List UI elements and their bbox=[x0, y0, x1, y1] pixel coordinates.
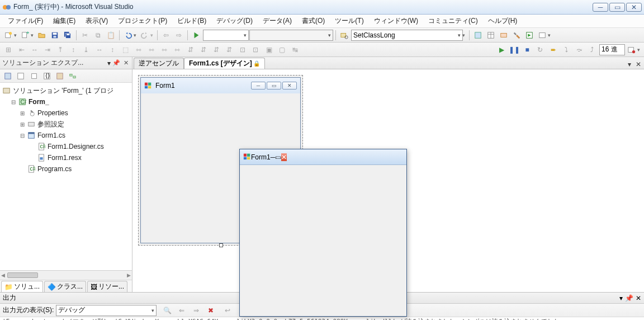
config-combo[interactable]: ▾ bbox=[203, 30, 249, 41]
send-back-icon[interactable]: ▢ bbox=[276, 44, 288, 56]
save-icon[interactable] bbox=[49, 29, 61, 41]
tree-program-cs[interactable]: c#Program.cs bbox=[0, 163, 132, 175]
tree-properties[interactable]: ⊞Properties bbox=[0, 107, 132, 119]
platform-combo[interactable]: ▾ bbox=[249, 30, 333, 41]
resize-handle-s[interactable] bbox=[219, 243, 223, 247]
nav-fwd-icon[interactable]: ⇨ bbox=[173, 29, 185, 41]
step-into-icon[interactable]: ⤵ bbox=[560, 44, 572, 56]
tab-class[interactable]: 🔷クラス... bbox=[44, 281, 86, 292]
tab-disassembly[interactable]: 逆アセンブル bbox=[134, 58, 184, 69]
new-project-icon[interactable] bbox=[2, 29, 15, 41]
tree-references[interactable]: ⊞参照設定 bbox=[0, 119, 132, 130]
step-over-icon[interactable]: ⤼ bbox=[573, 44, 585, 56]
start-debug-icon[interactable] bbox=[190, 29, 202, 41]
view-diagram-icon[interactable] bbox=[67, 70, 79, 82]
menu-edit[interactable]: 編集(E) bbox=[49, 15, 80, 27]
find-message-icon[interactable]: 🔍 bbox=[161, 304, 173, 317]
tree-form1-cs[interactable]: ⊟Form1.cs bbox=[0, 130, 132, 141]
menu-window[interactable]: ウィンドウ(W) bbox=[370, 15, 423, 27]
pause-icon[interactable]: ❚❚ bbox=[508, 44, 520, 56]
runtime-min-button[interactable]: ─ bbox=[271, 153, 276, 161]
output-source-combo[interactable]: デバッグ▾ bbox=[56, 305, 157, 316]
tab-close-icon[interactable]: ✕ bbox=[634, 60, 643, 69]
show-all-icon[interactable] bbox=[15, 70, 27, 82]
nav-back-icon[interactable]: ⇦ bbox=[160, 29, 172, 41]
solution-tree[interactable]: ソリューション 'Form_' (1 プロジ ⊟C#Form_ ⊞Propert… bbox=[0, 83, 132, 270]
align-right-icon[interactable]: ⇥ bbox=[41, 44, 54, 56]
menu-view[interactable]: 表示(V) bbox=[81, 15, 112, 27]
find-symbol-icon[interactable] bbox=[338, 29, 351, 41]
tree-designer-cs[interactable]: c#Form1.Designer.cs bbox=[0, 141, 132, 152]
tab-form-designer[interactable]: Form1.cs [デザイン]🔒 bbox=[184, 58, 265, 69]
cut-icon[interactable]: ✂ bbox=[79, 29, 91, 41]
tree-resx[interactable]: Form1.resx bbox=[0, 152, 132, 163]
same-size-icon[interactable]: ⬚ bbox=[119, 44, 131, 56]
panel-close-icon[interactable]: ✕ bbox=[122, 59, 130, 67]
center-h-icon[interactable]: ⊡ bbox=[236, 44, 249, 56]
dropdown-icon[interactable]: ▾ bbox=[619, 294, 623, 302]
tree-solution[interactable]: ソリューション 'Form_' (1 プロジ bbox=[0, 85, 132, 96]
paste-icon[interactable]: 📋 bbox=[105, 29, 117, 41]
tab-dropdown-icon[interactable]: ▾ bbox=[625, 60, 634, 69]
show-next-icon[interactable]: ➨ bbox=[547, 44, 560, 56]
refresh-icon[interactable] bbox=[28, 70, 40, 82]
runtime-form-window[interactable]: Form1 ─ ▭ ✕ bbox=[239, 149, 407, 317]
runtime-titlebar[interactable]: Form1 ─ ▭ ✕ bbox=[240, 149, 406, 165]
object-browser-icon[interactable] bbox=[498, 29, 510, 41]
clear-all-icon[interactable]: ✖ bbox=[205, 304, 217, 317]
runtime-close-button[interactable]: ✕ bbox=[281, 153, 287, 161]
save-all-icon[interactable] bbox=[61, 29, 74, 41]
align-bottom-icon[interactable]: ⤓ bbox=[80, 44, 92, 56]
hex-combo[interactable]: 16 進 bbox=[599, 44, 625, 55]
runtime-max-button[interactable]: ▭ bbox=[275, 153, 281, 161]
restart-icon[interactable]: ↻ bbox=[534, 44, 546, 56]
vspace-inc-icon[interactable]: ⇵ bbox=[197, 44, 210, 56]
step-out-icon[interactable]: ⤴ bbox=[586, 44, 598, 56]
tab-order-icon[interactable]: ↹ bbox=[289, 44, 301, 56]
menu-project[interactable]: プロジェクト(P) bbox=[113, 15, 172, 27]
minimize-button[interactable]: ─ bbox=[593, 3, 608, 12]
undo-icon[interactable] bbox=[122, 29, 134, 41]
bring-front-icon[interactable]: ▣ bbox=[263, 44, 275, 56]
menu-data[interactable]: データ(A) bbox=[258, 15, 296, 27]
tree-project[interactable]: ⊟C#Form_ bbox=[0, 96, 132, 107]
hspace-inc-icon[interactable]: ⇿ bbox=[145, 44, 158, 56]
menu-format[interactable]: 書式(O) bbox=[297, 15, 329, 27]
start-page-icon[interactable] bbox=[523, 29, 536, 41]
stop-icon[interactable]: ■ bbox=[521, 44, 533, 56]
menu-build[interactable]: ビルド(B) bbox=[173, 15, 211, 27]
align-top-icon[interactable]: ⤒ bbox=[54, 44, 67, 56]
word-wrap-icon[interactable]: ↩ bbox=[221, 304, 234, 317]
close-button[interactable]: ✕ bbox=[626, 3, 642, 12]
menu-file[interactable]: ファイル(F) bbox=[3, 15, 48, 27]
hspace-dec-icon[interactable]: ⇿ bbox=[158, 44, 171, 56]
vspace-equal-icon[interactable]: ⇵ bbox=[184, 44, 197, 56]
redo-icon[interactable] bbox=[139, 29, 151, 41]
view-designer-icon[interactable] bbox=[54, 70, 66, 82]
tab-resource[interactable]: 🖼リソー... bbox=[87, 281, 127, 292]
align-grid-icon[interactable]: ⊞ bbox=[2, 44, 15, 56]
menu-tools[interactable]: ツール(T) bbox=[330, 15, 368, 27]
toolbox-icon[interactable] bbox=[510, 29, 523, 41]
output-text[interactable]: 'Form_vshost.exe' (マネージ型): 'C:¥Windows¥a… bbox=[0, 317, 644, 320]
solution-explorer-icon[interactable] bbox=[472, 29, 484, 41]
pin-icon[interactable]: 📌 bbox=[625, 294, 633, 302]
tab-solution[interactable]: 📁ソリュ... bbox=[1, 281, 43, 292]
goto-prev-icon[interactable]: ⇐ bbox=[176, 304, 188, 317]
same-width-icon[interactable]: ↔ bbox=[93, 44, 106, 56]
same-height-icon[interactable]: ↕ bbox=[106, 44, 119, 56]
menu-community[interactable]: コミュニティ(C) bbox=[424, 15, 482, 27]
properties-icon[interactable] bbox=[485, 29, 497, 41]
view-code-icon[interactable]: ⟨⟩ bbox=[41, 70, 53, 82]
align-center-icon[interactable]: ↔ bbox=[29, 44, 41, 56]
align-middle-icon[interactable]: ↕ bbox=[67, 44, 79, 56]
align-left-icon[interactable]: ⇤ bbox=[16, 44, 28, 56]
hspace-equal-icon[interactable]: ⇿ bbox=[132, 44, 145, 56]
vspace-dec-icon[interactable]: ⇵ bbox=[210, 44, 222, 56]
symbol-combo[interactable]: SetClassLong▾ bbox=[351, 30, 463, 41]
properties-btn-icon[interactable] bbox=[2, 70, 14, 82]
close-icon[interactable]: ✕ bbox=[636, 294, 641, 302]
tree-hscroll[interactable]: ◀ ▶ bbox=[0, 270, 132, 280]
pin-icon[interactable]: 📌 bbox=[112, 59, 120, 67]
center-v-icon[interactable]: ⊡ bbox=[249, 44, 262, 56]
